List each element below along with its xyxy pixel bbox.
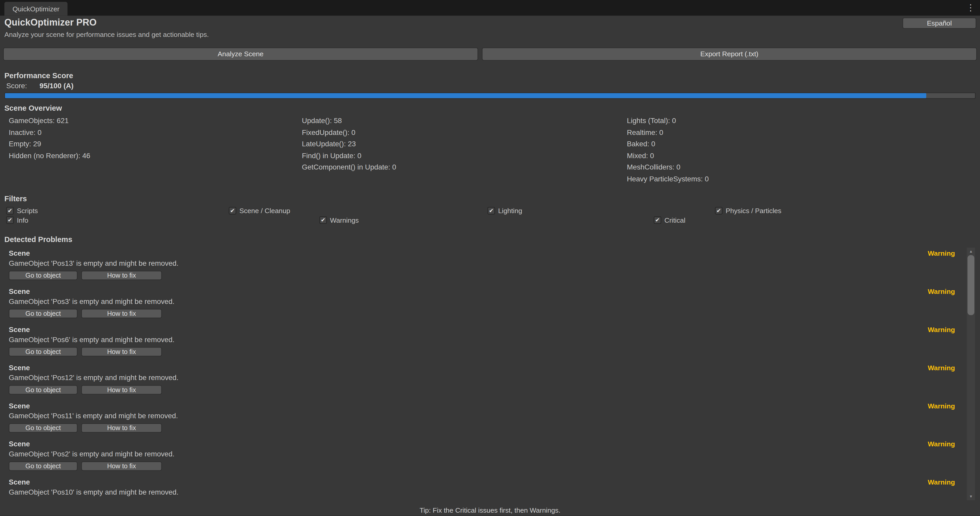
checkbox-icon[interactable]: ✔ bbox=[6, 207, 14, 214]
problem-category: Scene bbox=[9, 402, 30, 409]
severity-badge: Warning bbox=[928, 250, 955, 257]
tab-quickoptimizer[interactable]: QuickOptimizer bbox=[5, 2, 68, 16]
analyze-scene-button[interactable]: Analyze Scene bbox=[3, 48, 478, 61]
severity-badge: Warning bbox=[928, 288, 955, 295]
problem-category: Scene bbox=[9, 288, 30, 295]
go-to-object-button[interactable]: Go to object bbox=[9, 271, 78, 280]
filter-label: Physics / Particles bbox=[726, 207, 781, 214]
checkbox-icon[interactable]: ✔ bbox=[715, 207, 722, 214]
problem-description: GameObject 'Pos3' is empty and might be … bbox=[9, 298, 175, 305]
stat-line: FixedUpdate(): 0 bbox=[302, 127, 396, 138]
stat-line: Update(): 58 bbox=[302, 115, 396, 127]
problem-item: Scene Warning GameObject 'Pos13' is empt… bbox=[5, 248, 963, 286]
filter-checkbox[interactable]: ✔ Lighting bbox=[487, 205, 522, 216]
filter-label: Info bbox=[17, 217, 28, 224]
problem-actions: Go to object How to fix bbox=[9, 271, 162, 280]
problem-item: Scene Warning GameObject 'Pos2' is empty… bbox=[5, 438, 963, 476]
problem-category: Scene bbox=[9, 364, 30, 371]
problem-item: Scene Warning GameObject 'Pos3' is empty… bbox=[5, 286, 963, 324]
filters-heading: Filters bbox=[5, 194, 27, 203]
scrollbar-up-icon[interactable]: ▲ bbox=[967, 249, 975, 254]
stat-line: Hidden (no Renderer): 46 bbox=[9, 150, 90, 161]
problem-item: Scene Warning GameObject 'Pos6' is empty… bbox=[5, 324, 963, 362]
severity-badge: Warning bbox=[928, 364, 955, 371]
footer-tip: Tip: Fix the Critical issues first, then… bbox=[0, 505, 980, 516]
problem-item: Scene Warning GameObject 'Pos10' is empt… bbox=[5, 476, 963, 498]
export-report-button[interactable]: Export Report (.txt) bbox=[482, 48, 977, 61]
problem-description: GameObject 'Pos11' is empty and might be… bbox=[9, 412, 178, 419]
detected-problems-heading: Detected Problems bbox=[5, 235, 72, 244]
checkbox-icon[interactable]: ✔ bbox=[654, 217, 661, 224]
score-row: Score:95/100 (A) bbox=[6, 82, 73, 89]
checkbox-icon[interactable]: ✔ bbox=[487, 207, 495, 214]
how-to-fix-button[interactable]: How to fix bbox=[81, 271, 162, 280]
kebab-menu-icon[interactable]: ⋮ bbox=[966, 3, 975, 13]
how-to-fix-button[interactable]: How to fix bbox=[81, 347, 162, 356]
go-to-object-button[interactable]: Go to object bbox=[9, 309, 78, 318]
stat-line: LateUpdate(): 23 bbox=[302, 138, 396, 150]
severity-badge: Warning bbox=[928, 326, 955, 333]
filter-checkbox[interactable]: ✔ Warnings bbox=[319, 215, 359, 225]
go-to-object-button[interactable]: Go to object bbox=[9, 347, 78, 356]
filters-row-1: ✔ Scripts ✔ Scene / Cleanup ✔ Lighting ✔… bbox=[0, 205, 980, 216]
problem-description: GameObject 'Pos6' is empty and might be … bbox=[9, 336, 175, 343]
problem-item: Scene Warning GameObject 'Pos12' is empt… bbox=[5, 362, 963, 400]
stat-line: Realtime: 0 bbox=[627, 127, 709, 138]
problem-description: GameObject 'Pos12' is empty and might be… bbox=[9, 374, 178, 381]
scene-overview-heading: Scene Overview bbox=[5, 104, 62, 113]
problem-actions: Go to object How to fix bbox=[9, 347, 162, 356]
language-button[interactable]: Español bbox=[902, 18, 976, 29]
filter-checkbox[interactable]: ✔ Info bbox=[6, 215, 29, 225]
problem-category: Scene bbox=[9, 250, 30, 257]
problems-scrollbar[interactable]: ▲ ▼ bbox=[967, 248, 975, 500]
checkbox-icon[interactable]: ✔ bbox=[229, 207, 236, 214]
go-to-object-button[interactable]: Go to object bbox=[9, 424, 78, 433]
stat-line: Find() in Update: 0 bbox=[302, 150, 396, 161]
filter-label: Warnings bbox=[330, 217, 359, 224]
tab-bar: QuickOptimizer ⋮ bbox=[0, 0, 980, 16]
severity-badge: Warning bbox=[928, 402, 955, 409]
how-to-fix-button[interactable]: How to fix bbox=[81, 462, 162, 471]
problem-item: Scene Warning GameObject 'Pos11' is empt… bbox=[5, 400, 963, 438]
filter-label: Scene / Cleanup bbox=[239, 207, 290, 214]
severity-badge: Warning bbox=[928, 478, 955, 486]
stat-line: MeshColliders: 0 bbox=[627, 161, 709, 173]
how-to-fix-button[interactable]: How to fix bbox=[81, 424, 162, 433]
checkbox-icon[interactable]: ✔ bbox=[319, 217, 327, 224]
problem-description: GameObject 'Pos10' is empty and might be… bbox=[9, 488, 178, 496]
score-value: 95/100 (A) bbox=[40, 82, 73, 89]
scrollbar-down-icon[interactable]: ▼ bbox=[967, 494, 975, 499]
filter-label: Lighting bbox=[498, 207, 522, 214]
how-to-fix-button[interactable]: How to fix bbox=[81, 309, 162, 318]
overview-col-1: GameObjects: 621Inactive: 0Empty: 29Hidd… bbox=[9, 115, 90, 161]
stat-line: GetComponent() in Update: 0 bbox=[302, 161, 396, 173]
problem-category: Scene bbox=[9, 326, 30, 333]
filter-label: Critical bbox=[664, 217, 685, 224]
scrollbar-thumb[interactable] bbox=[967, 255, 975, 315]
score-progress-bar bbox=[5, 92, 975, 99]
how-to-fix-button[interactable]: How to fix bbox=[81, 385, 162, 395]
filters-row-2: ✔ Info ✔ Warnings ✔ Critical bbox=[0, 215, 980, 225]
go-to-object-button[interactable]: Go to object bbox=[9, 385, 78, 395]
stat-line: Heavy ParticleSystems: 0 bbox=[627, 173, 709, 185]
quickoptimizer-window: QuickOptimizer ⋮ QuickOptimizer PRO Espa… bbox=[0, 0, 980, 516]
stat-line: GameObjects: 621 bbox=[9, 115, 90, 127]
problem-description: GameObject 'Pos13' is empty and might be… bbox=[9, 260, 178, 267]
filter-checkbox[interactable]: ✔ Critical bbox=[654, 215, 686, 225]
checkbox-icon[interactable]: ✔ bbox=[6, 217, 14, 224]
filter-label: Scripts bbox=[17, 207, 38, 214]
progress-fill bbox=[5, 93, 926, 98]
page-title: QuickOptimizer PRO bbox=[5, 17, 97, 27]
problem-actions: Go to object How to fix bbox=[9, 462, 162, 471]
stat-line: Empty: 29 bbox=[9, 138, 90, 150]
problem-list: Scene Warning GameObject 'Pos13' is empt… bbox=[5, 248, 963, 498]
filter-checkbox[interactable]: ✔ Scripts bbox=[6, 205, 38, 216]
stat-line: Inactive: 0 bbox=[9, 127, 90, 138]
problem-category: Scene bbox=[9, 440, 30, 448]
filter-checkbox[interactable]: ✔ Physics / Particles bbox=[715, 205, 781, 216]
filter-checkbox[interactable]: ✔ Scene / Cleanup bbox=[229, 205, 290, 216]
stat-line: Baked: 0 bbox=[627, 138, 709, 150]
stat-line: Lights (Total): 0 bbox=[627, 115, 709, 127]
overview-col-3: Lights (Total): 0Realtime: 0Baked: 0Mixe… bbox=[627, 115, 709, 185]
go-to-object-button[interactable]: Go to object bbox=[9, 462, 78, 471]
